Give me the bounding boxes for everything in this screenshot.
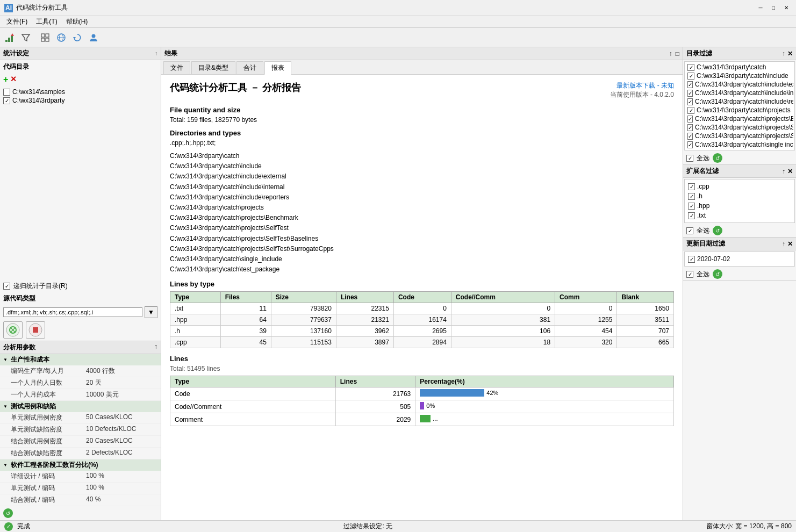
menu-file[interactable]: 文件(F) bbox=[2, 16, 32, 27]
file-qty-value: Total: 159 files, 1825770 bytes bbox=[170, 116, 674, 124]
menu-tools[interactable]: 工具(T) bbox=[32, 16, 61, 27]
table-cell: 454 bbox=[555, 326, 617, 337]
filter-info: 过滤结果设定: 无 bbox=[343, 522, 392, 531]
param-group-stages[interactable]: ▼ 软件工程各阶段工数百分比(%) bbox=[0, 459, 161, 471]
collapse-icon-3[interactable]: ▼ bbox=[3, 463, 8, 468]
param-group-production[interactable]: ▼ 生产性和成本 bbox=[0, 354, 161, 365]
latest-version-link[interactable]: 最新版本下载 - 未知 bbox=[616, 82, 674, 89]
current-version: 当前使用版本 - 4.0.2.0 bbox=[610, 90, 674, 99]
param-value-integ-case: 20 Cases/KLOC bbox=[86, 437, 157, 446]
toolbar-filter-btn[interactable] bbox=[18, 30, 33, 45]
table-cell: 1255 bbox=[555, 314, 617, 326]
date-filter-select-all-checkbox[interactable] bbox=[686, 271, 693, 278]
param-group-testing[interactable]: ▼ 测试用例和缺陷 bbox=[0, 401, 161, 412]
ext-filter-close[interactable]: ✕ bbox=[787, 168, 793, 175]
ext-filter-item: .hpp bbox=[688, 201, 791, 211]
left-panel-pin[interactable]: ↑ bbox=[155, 51, 157, 56]
start-analyze-button[interactable] bbox=[3, 321, 23, 339]
ext-filter-pin[interactable]: ↑ bbox=[782, 168, 785, 175]
dir-filter-checkbox[interactable] bbox=[687, 81, 693, 88]
toolbar-globe-btn[interactable] bbox=[54, 30, 69, 45]
lines-by-type-heading: Lines by type bbox=[170, 280, 674, 288]
dir-filter-label: C:\wx314\3rdparty\catch\include\inte bbox=[695, 89, 793, 97]
dir-filter-refresh-btn[interactable]: ↺ bbox=[713, 153, 722, 163]
src-type-browse-btn[interactable]: ▼ bbox=[145, 306, 157, 318]
stop-analyze-button[interactable] bbox=[26, 321, 45, 339]
date-filter-item: 2020-07-02 bbox=[688, 254, 791, 264]
results-pin-btn[interactable]: ↑ bbox=[669, 50, 672, 57]
close-button[interactable]: ✕ bbox=[781, 3, 792, 13]
params-pin[interactable]: ↑ bbox=[154, 343, 157, 352]
dir-filter-list: C:\wx314\3rdparty\catchC:\wx314\3rdparty… bbox=[684, 61, 795, 150]
ext-filter-checkbox[interactable] bbox=[688, 193, 695, 200]
dir-filter-checkbox[interactable] bbox=[687, 73, 694, 80]
dir-filter-checkbox[interactable] bbox=[687, 141, 693, 148]
dir-filter-checkbox[interactable] bbox=[687, 90, 693, 97]
ext-filter-header: 扩展名过滤 ↑ ✕ bbox=[683, 165, 796, 178]
table-header: Code bbox=[393, 292, 451, 303]
menu-help[interactable]: 帮助(H) bbox=[62, 16, 92, 27]
dir-filter-checkbox[interactable] bbox=[687, 133, 693, 140]
ext-filter-checkbox[interactable] bbox=[688, 183, 695, 190]
dir-filter-checkbox[interactable] bbox=[687, 124, 693, 131]
analyze-buttons bbox=[0, 319, 161, 341]
recurse-checkbox[interactable] bbox=[3, 283, 10, 290]
dir-filter-label: C:\wx314\3rdparty\catch\projects\Se bbox=[695, 132, 793, 140]
table-cell: 3897 bbox=[336, 337, 393, 348]
dir-filter-pin[interactable]: ↑ bbox=[782, 50, 785, 57]
toolbar-analyze-btn[interactable] bbox=[2, 30, 17, 45]
toolbar-refresh-btn[interactable] bbox=[70, 30, 85, 45]
results-title: 结果 bbox=[164, 49, 177, 58]
add-dir-button[interactable]: + bbox=[3, 75, 8, 84]
dir-checkbox-samples[interactable] bbox=[3, 89, 10, 96]
results-max-btn[interactable]: □ bbox=[676, 50, 679, 57]
date-filter-pin[interactable]: ↑ bbox=[782, 240, 785, 248]
dir-filter-checkbox[interactable] bbox=[687, 64, 694, 71]
table-header: Files bbox=[220, 292, 271, 303]
toolbar-user-btn[interactable] bbox=[86, 30, 101, 45]
ext-filter-select-all-checkbox[interactable] bbox=[686, 227, 693, 234]
dir-filter-checkbox[interactable] bbox=[687, 98, 693, 105]
toolbar-expand-btn[interactable] bbox=[38, 30, 53, 45]
param-value-integ-defect: 2 Defects/KLOC bbox=[86, 449, 157, 458]
dir-filter-close[interactable]: ✕ bbox=[787, 50, 793, 57]
dir-filter-select-all-checkbox[interactable] bbox=[686, 155, 693, 162]
tab-dir-types[interactable]: 目录&类型 bbox=[191, 61, 235, 74]
table-cell: 3962 bbox=[336, 326, 393, 337]
maximize-button[interactable]: □ bbox=[768, 3, 779, 13]
date-filter-refresh-btn[interactable]: ↺ bbox=[713, 269, 722, 279]
dir-checkbox-3rdparty[interactable] bbox=[3, 97, 10, 104]
param-label-cost: 一个人月的成本 bbox=[11, 390, 86, 399]
dir-types-heading: Directories and types bbox=[170, 129, 674, 137]
dir-paths: C:\wx314\3rdparty\catchC:\wx314\3rdparty… bbox=[170, 151, 674, 275]
svg-point-13 bbox=[92, 34, 96, 38]
date-filter-close[interactable]: ✕ bbox=[787, 240, 793, 248]
collapse-icon[interactable]: ▼ bbox=[3, 357, 8, 362]
table-cell: 320 bbox=[555, 337, 617, 348]
remove-dir-button[interactable]: ✕ bbox=[10, 75, 17, 84]
param-label-unit-code: 单元测试 / 编码 bbox=[11, 484, 86, 493]
tab-files[interactable]: 文件 bbox=[163, 61, 190, 74]
dir-filter-label: C:\wx314\3rdparty\catch\projects\Be bbox=[695, 115, 793, 123]
param-label-integ-defect: 结合测试缺陷密度 bbox=[11, 449, 86, 458]
tab-total[interactable]: 合计 bbox=[236, 61, 263, 74]
svg-rect-7 bbox=[41, 38, 45, 41]
app-icon: AI bbox=[4, 4, 13, 12]
ext-filter-checkbox[interactable] bbox=[688, 212, 695, 219]
tab-report[interactable]: 报表 bbox=[264, 61, 291, 75]
table-cell-lines: 2029 bbox=[335, 413, 415, 426]
table-cell: 793820 bbox=[271, 303, 336, 314]
ext-filter-refresh-btn[interactable]: ↺ bbox=[713, 226, 722, 235]
report-title: 代码统计分析工具 － 分析报告 bbox=[170, 81, 301, 99]
date-filter-checkbox[interactable] bbox=[688, 256, 695, 263]
table-cell: 115153 bbox=[271, 337, 336, 348]
bottom-refresh-btn[interactable]: ↺ bbox=[3, 508, 13, 518]
collapse-icon-2[interactable]: ▼ bbox=[3, 404, 8, 409]
dir-filter-checkbox[interactable] bbox=[687, 107, 694, 114]
svg-rect-2 bbox=[11, 35, 13, 42]
dir-filter-checkbox[interactable] bbox=[687, 116, 693, 123]
minimize-button[interactable]: ─ bbox=[755, 3, 766, 13]
src-type-input[interactable] bbox=[3, 307, 142, 317]
ext-filter-checkbox[interactable] bbox=[688, 203, 695, 210]
param-value-unit-defect: 10 Defects/KLOC bbox=[86, 425, 157, 434]
